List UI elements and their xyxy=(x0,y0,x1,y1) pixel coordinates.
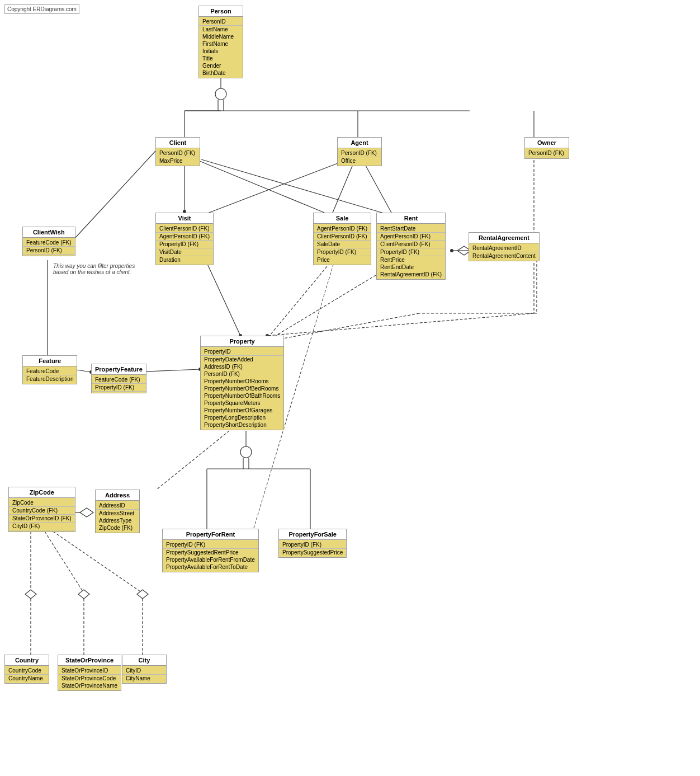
field: PersonID (FK) xyxy=(525,149,569,157)
field: Gender xyxy=(199,62,243,69)
entity-title-propertyfeature: PropertyFeature xyxy=(92,364,146,375)
field: FeatureDescription xyxy=(23,375,77,383)
svg-line-27 xyxy=(268,266,391,340)
entity-title-clientwish: ClientWish xyxy=(23,227,75,238)
svg-line-15 xyxy=(201,159,391,215)
entity-person: PersonPersonIDLastNameMiddleNameFirstNam… xyxy=(198,6,243,78)
entity-propertyforrent: PropertyForRentPropertyID (FK)PropertySu… xyxy=(162,529,259,572)
field: AgentPersonID (FK) xyxy=(377,233,445,241)
field: PropertyID xyxy=(201,348,283,356)
entity-fields-feature: FeatureCodeFeatureDescription xyxy=(23,366,77,384)
svg-line-12 xyxy=(333,159,355,213)
svg-point-19 xyxy=(450,249,453,252)
entity-sale: SaleAgentPersonID (FK)ClientPersonID (FK… xyxy=(313,213,371,265)
entity-client: ClientPersonID (FK)MaxPrice xyxy=(155,137,200,166)
field: PropertyID (FK) xyxy=(314,248,371,256)
entity-fields-stateorprovince: StateOrProvinceIDStateOrProvinceCodeStat… xyxy=(58,666,121,690)
entity-visit: VisitClientPersonID (FK)AgentPersonID (F… xyxy=(155,213,214,265)
entity-stateorprovince: StateOrProvinceStateOrProvinceIDStateOrP… xyxy=(58,655,121,691)
entity-title-propertyforrent: PropertyForRent xyxy=(163,529,258,540)
field: PropertyAvailableForRentToDate xyxy=(163,563,258,571)
field: AgentPersonID (FK) xyxy=(156,233,213,241)
entity-feature: FeatureFeatureCodeFeatureDescription xyxy=(22,355,77,384)
field: AddressStreet xyxy=(96,510,139,517)
field: Title xyxy=(199,55,243,62)
entity-fields-zipcode: ZipCodeCountryCode (FK)StateOrProvinceID… xyxy=(9,498,75,532)
field: PropertyID (FK) xyxy=(377,248,445,256)
field: PersonID (FK) xyxy=(156,149,200,157)
field: ClientPersonID (FK) xyxy=(377,241,445,248)
entity-fields-propertyforrent: PropertyID (FK)PropertySuggestedRentPric… xyxy=(163,540,258,572)
entity-title-client: Client xyxy=(156,138,200,148)
svg-line-48 xyxy=(45,532,84,593)
field: FeatureCode (FK) xyxy=(92,376,146,384)
field: MiddleName xyxy=(199,33,243,40)
field: ClientPersonID (FK) xyxy=(156,225,213,233)
field: PropertyAvailableForRentFromDate xyxy=(163,556,258,563)
entity-fields-property: PropertyIDPropertyDateAddedAddressID (FK… xyxy=(201,347,283,430)
field: MaxPrice xyxy=(156,157,200,164)
svg-marker-46 xyxy=(25,590,36,599)
entity-title-stateorprovince: StateOrProvince xyxy=(58,655,121,666)
entity-title-agent: Agent xyxy=(338,138,381,148)
field: PropertyLongDescription xyxy=(201,414,283,421)
entity-address: AddressAddressIDAddressStreetAddressType… xyxy=(95,490,140,533)
field: RentalAgreementID (FK) xyxy=(377,271,445,278)
entity-city: CityCityIDCityName xyxy=(122,655,167,684)
entity-fields-client: PersonID (FK)MaxPrice xyxy=(156,148,200,166)
diagram-container: Copyright ERDiagrams.com xyxy=(0,0,593,776)
field: CityID xyxy=(122,667,166,675)
field: PropertySuggestedRentPrice xyxy=(163,549,258,556)
note-0: This way you can filter properties based… xyxy=(53,263,135,275)
field: PropertyShortDescription xyxy=(201,421,283,429)
svg-line-13 xyxy=(362,159,391,213)
field: RentPrice xyxy=(377,256,445,264)
entity-clientwish: ClientWishFeatureCode (FK)PersonID (FK) xyxy=(22,227,75,256)
entity-agent: AgentPersonID (FK)Office xyxy=(337,137,382,166)
field: PropertyID (FK) xyxy=(163,541,258,549)
field: StateOrProvinceID xyxy=(58,667,121,675)
field: ClientPersonID (FK) xyxy=(314,233,371,241)
entity-fields-clientwish: FeatureCode (FK)PersonID (FK) xyxy=(23,238,75,256)
entity-title-rentalagreement: RentalAgreement xyxy=(469,233,539,243)
field: ZipCode xyxy=(9,499,75,507)
entity-fields-propertyforsale: PropertyID (FK)PropertySuggestedPrice xyxy=(279,540,346,557)
field: StateOrProvinceCode xyxy=(58,675,121,682)
field: PropertyDateAdded xyxy=(201,356,283,363)
field: RentStartDate xyxy=(377,225,445,233)
svg-line-51 xyxy=(53,532,143,593)
entity-title-sale: Sale xyxy=(314,213,371,224)
entity-title-owner: Owner xyxy=(525,138,569,148)
entity-propertyfeature: PropertyFeatureFeatureCode (FK)PropertyI… xyxy=(91,364,146,393)
entity-fields-city: CityIDCityName xyxy=(122,666,166,683)
field: FeatureCode xyxy=(23,368,77,375)
entity-title-propertyforsale: PropertyForSale xyxy=(279,529,346,540)
entity-title-visit: Visit xyxy=(156,213,213,224)
svg-line-16 xyxy=(73,151,155,241)
entity-title-address: Address xyxy=(96,490,139,501)
entity-owner: OwnerPersonID (FK) xyxy=(524,137,569,159)
copyright-label: Copyright ERDiagrams.com xyxy=(4,4,79,14)
field: PropertyNumberOfRooms xyxy=(201,378,283,385)
svg-marker-49 xyxy=(78,590,89,599)
entity-title-property: Property xyxy=(201,336,283,347)
field: SaleDate xyxy=(314,241,371,248)
field: ZipCode (FK) xyxy=(96,524,139,532)
field: PropertyID (FK) xyxy=(156,241,213,248)
field: PersonID xyxy=(199,18,243,26)
field: PropertyNumberOfBathRooms xyxy=(201,392,283,399)
svg-marker-42 xyxy=(80,508,93,517)
entity-fields-rentalagreement: RentalAgreementIDRentalAgreementContent xyxy=(469,243,539,261)
entity-fields-address: AddressIDAddressStreetAddressTypeZipCode… xyxy=(96,501,139,533)
field: BirthDate xyxy=(199,69,243,77)
field: CountryCode xyxy=(5,667,49,675)
entity-fields-owner: PersonID (FK) xyxy=(525,148,569,158)
field: LastName xyxy=(199,26,243,33)
svg-line-41 xyxy=(157,431,229,490)
field: PersonID (FK) xyxy=(23,247,75,255)
entity-zipcode: ZipCodeZipCodeCountryCode (FK)StateOrPro… xyxy=(8,487,75,532)
entity-fields-rent: RentStartDateAgentPersonID (FK)ClientPer… xyxy=(377,224,445,279)
entity-title-zipcode: ZipCode xyxy=(9,487,75,498)
entity-fields-country: CountryCodeCountryName xyxy=(5,666,49,683)
svg-line-11 xyxy=(187,159,348,221)
